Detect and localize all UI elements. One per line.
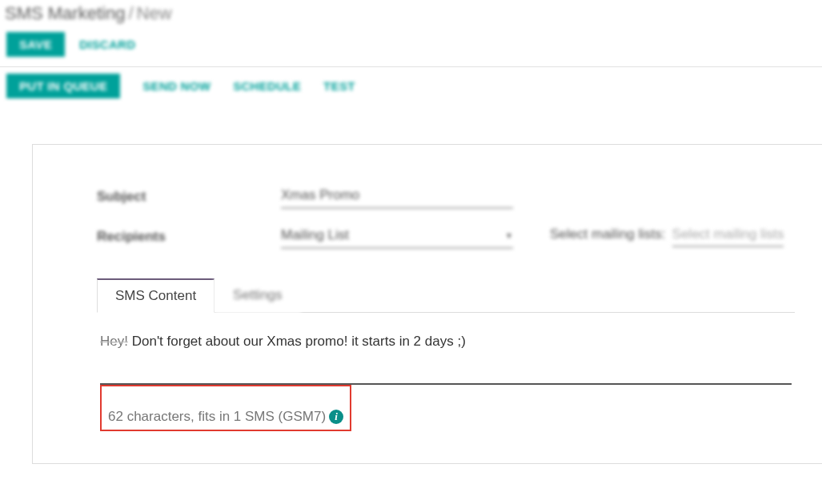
sms-prefix: Hey! — [100, 334, 128, 349]
info-icon[interactable]: i — [329, 410, 343, 424]
recipients-label: Recipients — [97, 229, 281, 245]
test-button[interactable]: TEST — [323, 79, 355, 93]
breadcrumb-root[interactable]: SMS Marketing — [5, 3, 125, 23]
put-in-queue-button[interactable]: PUT IN QUEUE — [6, 74, 120, 98]
tab-settings[interactable]: Settings — [215, 278, 300, 313]
chevron-down-icon: ▼ — [505, 231, 513, 240]
recipients-select[interactable]: Mailing List ▼ — [281, 225, 513, 249]
sms-content-panel: Hey! Don't forget about our Xmas promo! … — [97, 313, 795, 431]
toolbar-save: SAVE DISCARD — [0, 27, 822, 65]
subject-row: Subject Xmas Promo — [97, 185, 795, 209]
subject-input[interactable]: Xmas Promo — [281, 185, 513, 209]
tabs: SMS Content Settings — [97, 278, 795, 313]
sms-status: 62 characters, fits in 1 SMS (GSM7) i — [103, 406, 348, 428]
form-card: Subject Xmas Promo Recipients Mailing Li… — [32, 144, 822, 464]
mailing-label: Select mailing lists: — [550, 226, 666, 242]
mailing-placeholder: Select mailing lists — [672, 226, 784, 247]
sms-textarea[interactable]: Hey! Don't forget about our Xmas promo! … — [100, 334, 792, 385]
breadcrumb: SMS Marketing/New — [0, 0, 822, 27]
discard-button[interactable]: DISCARD — [79, 38, 135, 51]
schedule-button[interactable]: SCHEDULE — [233, 79, 301, 93]
highlight-box: 62 characters, fits in 1 SMS (GSM7) i — [100, 385, 351, 431]
sms-body: Don't forget about our Xmas promo! it st… — [128, 334, 466, 349]
recipients-row: Recipients Mailing List ▼ Select mailing… — [97, 225, 795, 249]
mailing-list-field[interactable]: Select mailing lists: Select mailing lis… — [550, 226, 784, 247]
subject-label: Subject — [97, 189, 281, 205]
toolbar-actions: PUT IN QUEUE SEND NOW SCHEDULE TEST — [0, 67, 822, 105]
breadcrumb-current: New — [137, 3, 172, 23]
save-button[interactable]: SAVE — [6, 32, 65, 57]
tab-sms-content[interactable]: SMS Content — [97, 278, 215, 313]
send-now-button[interactable]: SEND NOW — [142, 79, 211, 93]
